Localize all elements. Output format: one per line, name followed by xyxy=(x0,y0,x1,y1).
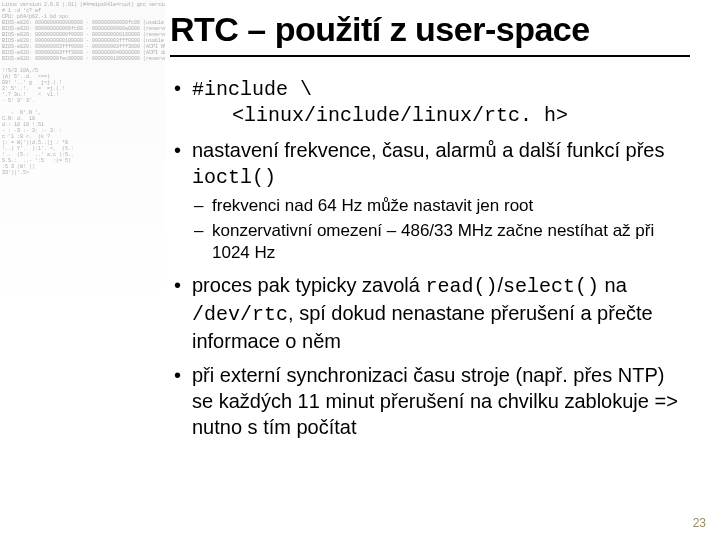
sub-bullet-item: frekvenci nad 64 Hz může nastavit jen ro… xyxy=(192,195,690,217)
text: nastavení frekvence, času, alarmů a dalš… xyxy=(192,139,664,161)
bullet-item: nastavení frekvence, času, alarmů a dalš… xyxy=(170,137,690,264)
bullet-list: #include \ <linux/include/linux/rtc. h> … xyxy=(170,75,690,440)
bullet-item: proces pak typicky zavolá read()/select(… xyxy=(170,272,690,354)
bullet-item: při externí synchronizaci času stroje (n… xyxy=(170,362,690,440)
slide-title: RTC – použití z user-space xyxy=(170,0,690,57)
text: na xyxy=(599,274,627,296)
code: select() xyxy=(503,275,599,298)
sub-bullet-item: konzervativní omezení – 486/33 MHz začne… xyxy=(192,220,690,264)
slide-body: RTC – použití z user-space #include \ <l… xyxy=(0,0,720,540)
code: /dev/rtc xyxy=(192,303,288,326)
sub-bullet-list: frekvenci nad 64 Hz může nastavit jen ro… xyxy=(192,195,690,264)
bullet-item: #include \ <linux/include/linux/rtc. h> xyxy=(170,75,690,129)
code: ioctl() xyxy=(192,166,276,189)
code: read() xyxy=(425,275,497,298)
include-line-1: #include \ xyxy=(192,78,312,101)
page-number: 23 xyxy=(693,516,706,530)
include-line-2: <linux/include/linux/rtc. h> xyxy=(192,103,690,129)
text: proces pak typicky zavolá xyxy=(192,274,425,296)
